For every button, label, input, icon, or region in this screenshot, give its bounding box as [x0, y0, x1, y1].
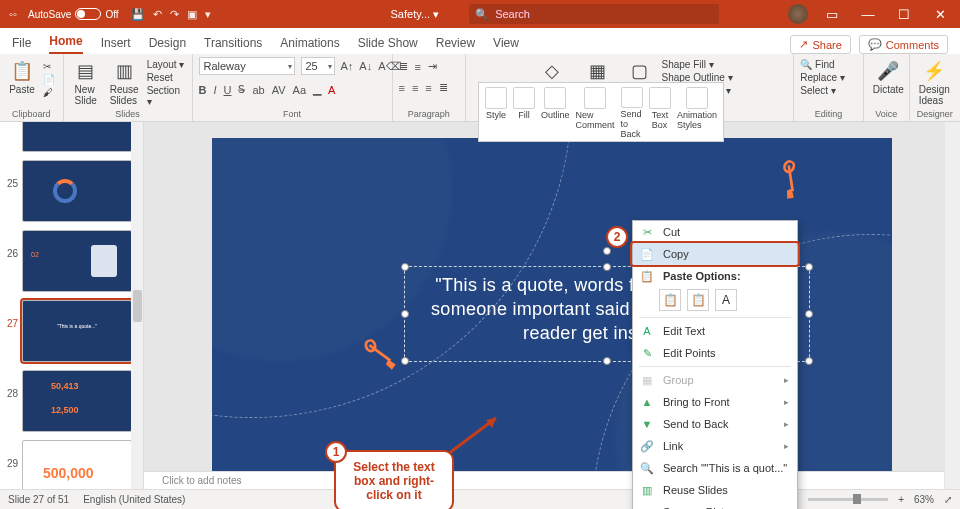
comments-button[interactable]: 💬 Comments — [859, 35, 948, 54]
minimize-icon[interactable]: ― — [856, 7, 880, 22]
design-ideas-button[interactable]: ⚡Design Ideas — [916, 57, 953, 108]
shape-fill-button[interactable]: Shape Fill ▾ — [662, 59, 733, 70]
thumbnail-scrollbar[interactable] — [131, 122, 143, 489]
fit-window-icon[interactable]: ⤢ — [944, 494, 952, 505]
ctx-edit-points[interactable]: ✎Edit Points — [633, 342, 797, 364]
thumbnail-29[interactable]: 29 500,000 — [4, 440, 139, 489]
notes-placeholder[interactable]: Click to add notes — [144, 471, 944, 489]
find-button[interactable]: 🔍 Find — [800, 59, 844, 70]
editor-scrollbar[interactable] — [945, 122, 960, 489]
thumbnail-27[interactable]: 27 "This is a quote..." — [4, 300, 139, 362]
ctx-cut[interactable]: ✂Cut — [633, 221, 797, 243]
replace-button[interactable]: Replace ▾ — [800, 72, 844, 83]
save-icon[interactable]: 💾 — [131, 8, 145, 21]
resize-handle[interactable] — [805, 357, 813, 365]
ctx-link[interactable]: 🔗Link▸ — [633, 435, 797, 457]
maximize-icon[interactable]: ☐ — [892, 7, 916, 22]
mini-new-comment[interactable]: New Comment — [576, 87, 615, 139]
layout-button[interactable]: Layout ▾ — [147, 59, 186, 70]
app-menu-icon[interactable]: ◦◦ — [4, 5, 22, 23]
resize-handle[interactable] — [603, 263, 611, 271]
qat-more-icon[interactable]: ▾ — [205, 8, 211, 21]
toggle-icon[interactable] — [75, 8, 101, 20]
tab-insert[interactable]: Insert — [101, 32, 131, 54]
ctx-save-picture[interactable]: Save as Picture... — [633, 501, 797, 509]
font-size-select[interactable]: 25 — [301, 57, 335, 75]
ctx-reuse-slides[interactable]: ▥Reuse Slides — [633, 479, 797, 501]
search-box[interactable]: 🔍 Search — [469, 4, 719, 24]
mini-fill[interactable]: Fill — [513, 87, 535, 139]
select-button[interactable]: Select ▾ — [800, 85, 844, 96]
document-name[interactable]: Safety... ▾ — [391, 8, 440, 21]
copy-icon[interactable]: 📄 — [43, 74, 55, 85]
align-right-icon[interactable]: ≡ — [425, 82, 431, 94]
tab-home[interactable]: Home — [49, 30, 82, 54]
resize-handle[interactable] — [401, 310, 409, 318]
ctx-send-back[interactable]: ▼Send to Back▸ — [633, 413, 797, 435]
highlight-icon[interactable]: ▁ — [313, 83, 321, 96]
slideshow-icon[interactable]: ▣ — [187, 8, 197, 21]
new-slide-button[interactable]: ▤ New Slide — [70, 57, 102, 108]
numbering-icon[interactable]: ≡ — [415, 61, 421, 73]
paste-option-theme[interactable]: 📋 — [659, 289, 681, 311]
tab-animations[interactable]: Animations — [280, 32, 339, 54]
tab-slideshow[interactable]: Slide Show — [358, 32, 418, 54]
section-button[interactable]: Section ▾ — [147, 85, 186, 107]
reuse-slides-button[interactable]: ▥ Reuse Slides — [107, 57, 142, 108]
paste-button[interactable]: 📋 Paste — [6, 57, 38, 97]
resize-handle[interactable] — [401, 357, 409, 365]
tab-review[interactable]: Review — [436, 32, 475, 54]
dictate-button[interactable]: 🎤Dictate — [870, 57, 907, 97]
resize-handle[interactable] — [805, 263, 813, 271]
italic-icon[interactable]: I — [213, 84, 216, 96]
thumbnail-25[interactable]: 25 — [4, 160, 139, 222]
user-avatar[interactable] — [788, 4, 808, 24]
shadow-icon[interactable]: ab — [252, 84, 264, 96]
spacing-icon[interactable]: AV — [272, 84, 286, 96]
tab-view[interactable]: View — [493, 32, 519, 54]
ribbon-options-icon[interactable]: ▭ — [820, 7, 844, 22]
ctx-copy[interactable]: 📄Copy — [633, 243, 797, 265]
mini-text-box[interactable]: Text Box — [649, 87, 671, 139]
align-center-icon[interactable]: ≡ — [412, 82, 418, 94]
resize-handle[interactable] — [603, 357, 611, 365]
close-icon[interactable]: ✕ — [928, 7, 952, 22]
underline-icon[interactable]: U — [224, 84, 232, 96]
undo-icon[interactable]: ↶ — [153, 8, 162, 21]
justify-icon[interactable]: ≣ — [439, 81, 448, 94]
autosave-toggle[interactable]: AutoSave Off — [28, 8, 119, 20]
format-painter-icon[interactable]: 🖌 — [43, 87, 55, 98]
mini-anim-styles[interactable]: Animation Styles — [677, 87, 717, 139]
case-icon[interactable]: Aa — [293, 84, 306, 96]
mini-style[interactable]: Style — [485, 87, 507, 139]
paste-option-text[interactable]: A — [715, 289, 737, 311]
mini-send-back[interactable]: Send to Back — [621, 87, 643, 139]
ctx-bring-front[interactable]: ▲Bring to Front▸ — [633, 391, 797, 413]
font-family-select[interactable]: Raleway — [199, 57, 295, 75]
tab-transitions[interactable]: Transitions — [204, 32, 262, 54]
thumbnail-26[interactable]: 26 02 — [4, 230, 139, 292]
redo-icon[interactable]: ↷ — [170, 8, 179, 21]
thumbnail-24[interactable]: 123 — [4, 122, 139, 152]
cut-icon[interactable]: ✂ — [43, 61, 55, 72]
resize-handle[interactable] — [805, 310, 813, 318]
increase-font-icon[interactable]: A↑ — [341, 60, 354, 72]
bullets-icon[interactable]: ≣ — [399, 60, 408, 73]
indent-icon[interactable]: ⇥ — [428, 60, 437, 73]
decrease-font-icon[interactable]: A↓ — [359, 60, 372, 72]
strike-icon[interactable]: S̶ — [238, 83, 245, 96]
thumbnail-28[interactable]: 28 50,413 12,500 — [4, 370, 139, 432]
tab-design[interactable]: Design — [149, 32, 186, 54]
slide-counter[interactable]: Slide 27 of 51 — [8, 494, 69, 505]
align-left-icon[interactable]: ≡ — [399, 82, 405, 94]
language-status[interactable]: English (United States) — [83, 494, 185, 505]
resize-handle[interactable] — [401, 263, 409, 271]
bold-icon[interactable]: B — [199, 84, 207, 96]
reset-button[interactable]: Reset — [147, 72, 186, 83]
ctx-edit-text[interactable]: AEdit Text — [633, 320, 797, 342]
font-color-icon[interactable]: A — [328, 84, 335, 96]
tab-file[interactable]: File — [12, 32, 31, 54]
zoom-in-icon[interactable]: + — [898, 494, 904, 505]
paste-option-keep[interactable]: 📋 — [687, 289, 709, 311]
zoom-percent[interactable]: 63% — [914, 494, 934, 505]
